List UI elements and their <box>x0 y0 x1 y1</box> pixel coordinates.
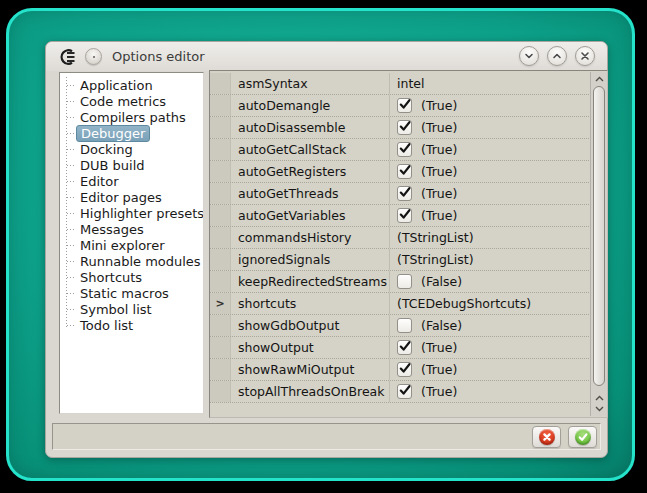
expand-arrow[interactable] <box>210 161 231 182</box>
sidebar-item-application[interactable]: Application <box>60 77 203 93</box>
checkbox[interactable] <box>397 318 412 333</box>
close-button[interactable] <box>575 46 595 66</box>
property-value-cell[interactable]: (True) <box>390 359 589 380</box>
property-value-cell[interactable]: (TStringList) <box>390 249 589 270</box>
property-value-cell[interactable]: (True) <box>390 117 589 138</box>
property-name[interactable]: autoGetRegisters <box>231 161 390 182</box>
property-name[interactable]: asmSyntax <box>231 73 390 94</box>
property-value-cell[interactable]: (True) <box>390 139 589 160</box>
window-menu-button[interactable] <box>85 48 102 65</box>
property-name[interactable]: autoDisassemble <box>231 117 390 138</box>
checkbox[interactable] <box>397 164 412 179</box>
expand-arrow[interactable] <box>210 95 231 116</box>
property-value-cell[interactable]: (True) <box>390 205 589 226</box>
sidebar-item-todo-list[interactable]: Todo list <box>60 317 203 333</box>
sidebar-item-runnable-modules[interactable]: Runnable modules <box>60 253 203 269</box>
property-row[interactable]: keepRedirectedStreams (False) <box>210 271 589 293</box>
property-row[interactable]: autoGetVariables (True) <box>210 205 589 227</box>
scrollbar-thumb[interactable] <box>593 86 605 386</box>
property-value-cell[interactable]: (True) <box>390 381 589 402</box>
minimize-button[interactable] <box>519 46 539 66</box>
property-value-cell[interactable]: (False) <box>390 315 589 336</box>
sidebar-item-shortcuts[interactable]: Shortcuts <box>60 269 203 285</box>
property-value-cell[interactable]: (True) <box>390 95 589 116</box>
sidebar-item-label: Symbol list <box>80 302 152 317</box>
property-name[interactable]: showOutput <box>231 337 390 358</box>
checkbox[interactable] <box>397 98 412 113</box>
property-row[interactable]: autoGetThreads (True) <box>210 183 589 205</box>
property-row[interactable]: autoDemangle (True) <box>210 95 589 117</box>
scroll-up-button-2[interactable] <box>591 392 607 403</box>
sidebar-item-messages[interactable]: Messages <box>60 221 203 237</box>
sidebar-item-debugger[interactable]: Debugger <box>60 125 203 141</box>
property-value-cell[interactable]: (TCEDebugShortcuts) <box>390 293 589 314</box>
expand-arrow[interactable] <box>210 315 231 336</box>
property-row[interactable]: stopAllThreadsOnBreak (True) <box>210 381 589 403</box>
checkbox[interactable] <box>397 120 412 135</box>
property-name[interactable]: showGdbOutput <box>231 315 390 336</box>
property-name[interactable]: shortcuts <box>231 293 390 314</box>
checkbox[interactable] <box>397 362 412 377</box>
sidebar-item-editor[interactable]: Editor <box>60 173 203 189</box>
expand-arrow[interactable] <box>210 359 231 380</box>
property-row[interactable]: showGdbOutput (False) <box>210 315 589 337</box>
property-row[interactable]: autoDisassemble (True) <box>210 117 589 139</box>
property-value-cell[interactable]: (True) <box>390 161 589 182</box>
sidebar-item-dub-build[interactable]: DUB build <box>60 157 203 173</box>
sidebar-item-compilers-paths[interactable]: Compilers paths <box>60 109 203 125</box>
property-name[interactable]: autoGetThreads <box>231 183 390 204</box>
property-row[interactable]: showRawMiOutput (True) <box>210 359 589 381</box>
checkbox[interactable] <box>397 274 412 289</box>
checkbox[interactable] <box>397 208 412 223</box>
sidebar-item-static-macros[interactable]: Static macros <box>60 285 203 301</box>
scroll-up-button[interactable] <box>591 72 607 85</box>
expand-arrow[interactable] <box>210 73 231 94</box>
property-row[interactable]: asmSyntax intel <box>210 73 589 95</box>
cancel-button[interactable] <box>532 426 561 448</box>
property-row[interactable]: ignoredSignals (TStringList) <box>210 249 589 271</box>
expand-arrow[interactable] <box>210 337 231 358</box>
property-value-cell[interactable]: (True) <box>390 337 589 358</box>
scroll-down-button[interactable] <box>591 403 607 414</box>
checkbox[interactable] <box>397 384 412 399</box>
property-value-cell[interactable]: (TStringList) <box>390 227 589 248</box>
property-value-cell[interactable]: (True) <box>390 183 589 204</box>
expand-arrow[interactable] <box>210 183 231 204</box>
expand-arrow[interactable] <box>210 117 231 138</box>
maximize-button[interactable] <box>547 46 567 66</box>
property-row[interactable]: autoGetRegisters (True) <box>210 161 589 183</box>
property-row[interactable]: commandsHistory (TStringList) <box>210 227 589 249</box>
expand-arrow[interactable] <box>210 271 231 292</box>
property-name[interactable]: showRawMiOutput <box>231 359 390 380</box>
property-name[interactable]: autoDemangle <box>231 95 390 116</box>
property-name[interactable]: autoGetVariables <box>231 205 390 226</box>
sidebar-item-highlighter-presets[interactable]: Highlighter presets <box>60 205 203 221</box>
expand-arrow[interactable] <box>210 139 231 160</box>
property-name[interactable]: commandsHistory <box>231 227 390 248</box>
property-row[interactable]: autoGetCallStack (True) <box>210 139 589 161</box>
sidebar-item-mini-explorer[interactable]: Mini explorer <box>60 237 203 253</box>
sidebar-item-code-metrics[interactable]: Code metrics <box>60 93 203 109</box>
sidebar-item-docking[interactable]: Docking <box>60 141 203 157</box>
expand-arrow[interactable]: > <box>210 293 231 314</box>
property-name[interactable]: ignoredSignals <box>231 249 390 270</box>
titlebar[interactable]: Options editor <box>46 42 607 71</box>
checkbox[interactable] <box>397 142 412 157</box>
property-row[interactable]: > shortcuts (TCEDebugShortcuts) <box>210 293 589 315</box>
expand-arrow[interactable] <box>210 381 231 402</box>
property-name[interactable]: autoGetCallStack <box>231 139 390 160</box>
sidebar-item-symbol-list[interactable]: Symbol list <box>60 301 203 317</box>
expand-arrow[interactable] <box>210 249 231 270</box>
property-value-cell[interactable]: intel <box>390 73 589 94</box>
vertical-scrollbar[interactable] <box>590 72 607 416</box>
expand-arrow[interactable] <box>210 205 231 226</box>
checkbox[interactable] <box>397 186 412 201</box>
expand-arrow[interactable] <box>210 227 231 248</box>
sidebar-item-editor-pages[interactable]: Editor pages <box>60 189 203 205</box>
property-name[interactable]: stopAllThreadsOnBreak <box>231 381 390 402</box>
accept-button[interactable] <box>568 426 597 448</box>
property-name[interactable]: keepRedirectedStreams <box>231 271 390 292</box>
property-row[interactable]: showOutput (True) <box>210 337 589 359</box>
checkbox[interactable] <box>397 340 412 355</box>
property-value-cell[interactable]: (False) <box>390 271 589 292</box>
